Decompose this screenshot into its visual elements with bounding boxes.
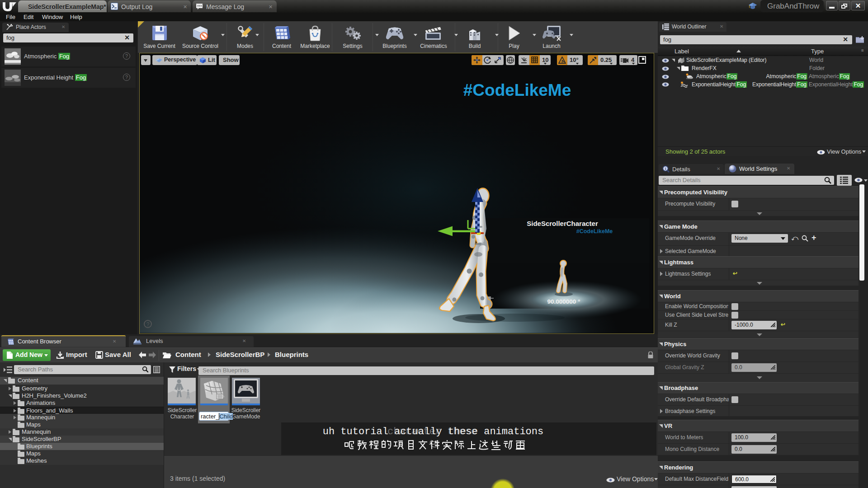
svg-text:?: ? bbox=[146, 321, 150, 328]
svg-text:90.000000 °: 90.000000 ° bbox=[547, 298, 580, 305]
svg-text:#CodeLikeMe: #CodeLikeMe bbox=[576, 228, 613, 235]
svg-text:SideScrollerCharacter: SideScrollerCharacter bbox=[527, 220, 598, 227]
svg-text:#CodeLikeMe: #CodeLikeMe bbox=[463, 81, 571, 99]
